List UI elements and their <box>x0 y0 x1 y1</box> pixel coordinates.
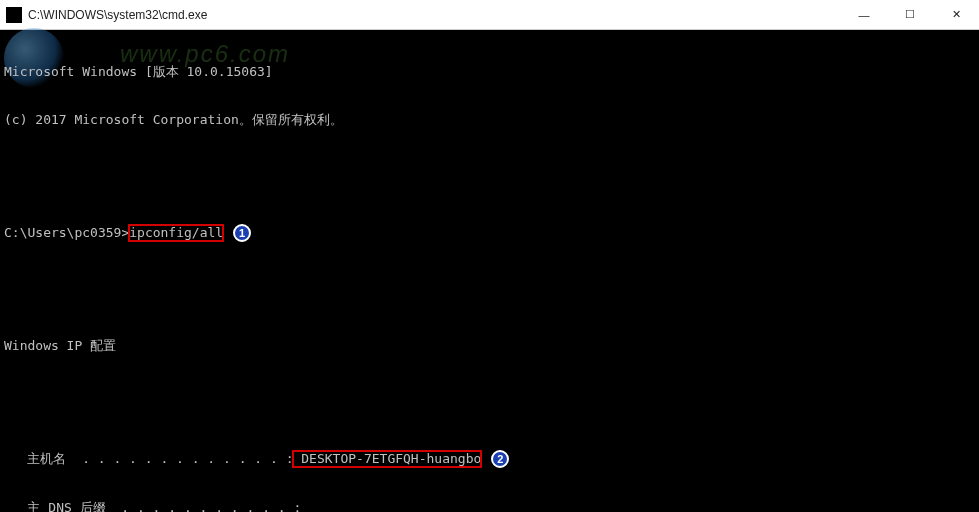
command-text: ipconfig/all <box>129 225 223 240</box>
command-highlight: ipconfig/all <box>129 225 223 241</box>
host-label: 主机名 <box>4 451 66 467</box>
cmd-icon <box>6 7 22 23</box>
close-button[interactable]: ✕ <box>933 0 979 29</box>
badge-2: 2 <box>491 450 509 468</box>
host-row: 主机名 . . . . . . . . . . . . . : DESKTOP-… <box>4 450 975 468</box>
ipconfig-header: Windows IP 配置 <box>4 338 975 354</box>
banner-line-2: (c) 2017 Microsoft Corporation。保留所有权利。 <box>4 112 975 128</box>
prompt-line: C:\Users\pc0359>ipconfig/all 1 <box>4 224 975 242</box>
window-title: C:\WINDOWS\system32\cmd.exe <box>28 8 207 22</box>
hostname-value: DESKTOP-7ETGFQH-huangbo <box>293 451 481 466</box>
host-dots: . . . . . . . . . . . . . : <box>66 451 293 467</box>
banner-line-1: Microsoft Windows [版本 10.0.15063] <box>4 64 975 80</box>
dns-suffix-row: 主 DNS 后缀 . . . . . . . . . . . : <box>4 500 975 512</box>
maximize-button[interactable]: ☐ <box>887 0 933 29</box>
window-controls: — ☐ ✕ <box>841 0 979 29</box>
window-titlebar: C:\WINDOWS\system32\cmd.exe — ☐ ✕ <box>0 0 979 30</box>
hostname-highlight: DESKTOP-7ETGFQH-huangbo <box>293 451 481 467</box>
prompt-path: C:\Users\pc0359> <box>4 225 129 241</box>
minimize-button[interactable]: — <box>841 0 887 29</box>
terminal-output[interactable]: Microsoft Windows [版本 10.0.15063] (c) 20… <box>0 30 979 512</box>
badge-1: 1 <box>233 224 251 242</box>
